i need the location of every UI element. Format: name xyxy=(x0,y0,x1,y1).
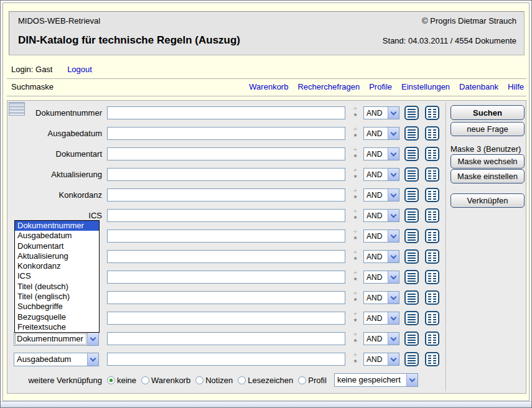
index-columns-button[interactable] xyxy=(425,229,439,243)
dropdown-option-ausgabedatum[interactable]: Ausgabedatum xyxy=(15,231,99,241)
field-dropdown-list[interactable]: DokumentnummerAusgabedatumDokumentartAkt… xyxy=(14,220,100,333)
dropdown-option-freitextsuche[interactable]: Freitextsuche xyxy=(15,322,99,332)
bottom-scroll-strip[interactable] xyxy=(1,401,531,407)
logout-link[interactable]: Logout xyxy=(67,65,92,74)
index-columns-button[interactable] xyxy=(425,106,439,120)
operator-select[interactable]: AND xyxy=(363,353,399,366)
index-list-button[interactable] xyxy=(404,167,419,182)
chevron-down-icon[interactable] xyxy=(388,189,399,201)
dropdown-option-titel-deutsch[interactable]: Titel (deutsch) xyxy=(15,282,99,292)
index-columns-button[interactable] xyxy=(425,249,439,264)
nav-link-profile[interactable]: Profile xyxy=(369,82,392,91)
operator-select[interactable]: AND xyxy=(363,127,399,140)
nav-link-hilfe[interactable]: Hilfe xyxy=(508,82,524,91)
radio-profil[interactable]: Profil xyxy=(298,376,327,385)
chevron-down-icon[interactable] xyxy=(388,148,399,160)
search-term-input[interactable] xyxy=(107,332,345,345)
chevron-down-icon[interactable] xyxy=(388,169,399,180)
index-list-button[interactable] xyxy=(404,311,419,325)
maske-einstellen-button[interactable]: Maske einstellen xyxy=(450,169,525,183)
saved-link-select[interactable]: keine gespeichert xyxy=(334,373,418,387)
dropdown-option-aktualisierung[interactable]: Aktualisierung xyxy=(15,251,99,261)
index-columns-button[interactable] xyxy=(425,311,439,325)
index-list-button[interactable] xyxy=(404,249,419,264)
radio-warenkorb[interactable]: Warenkorb xyxy=(141,376,190,385)
index-columns-button[interactable] xyxy=(425,167,439,182)
search-term-input[interactable] xyxy=(107,127,345,140)
field-select[interactable]: Ausgabedatum xyxy=(14,353,99,366)
index-list-button[interactable] xyxy=(404,106,419,120)
chevron-down-icon[interactable] xyxy=(388,251,399,262)
chevron-down-icon[interactable] xyxy=(388,230,399,242)
search-term-input[interactable] xyxy=(107,312,345,325)
index-list-button[interactable] xyxy=(404,188,419,202)
radio-lesezeichen[interactable]: Lesezeichen xyxy=(238,376,293,385)
nav-link-einstellungen[interactable]: Einstellungen xyxy=(401,82,450,91)
index-columns-button[interactable] xyxy=(425,126,439,141)
chevron-down-icon[interactable] xyxy=(388,210,399,221)
maske-wechseln-button[interactable]: Maske wechseln xyxy=(450,154,525,169)
search-term-input[interactable] xyxy=(107,230,345,243)
chevron-down-icon[interactable] xyxy=(388,333,399,345)
neue-frage-button[interactable]: neue Frage xyxy=(450,122,525,136)
index-list-button[interactable] xyxy=(404,208,419,223)
index-columns-button[interactable] xyxy=(425,147,439,161)
chevron-down-icon[interactable] xyxy=(388,107,399,119)
index-list-button[interactable] xyxy=(404,290,419,305)
index-columns-button[interactable] xyxy=(425,208,439,223)
nav-link-recherchefragen[interactable]: Recherchefragen xyxy=(297,82,360,91)
search-term-input[interactable] xyxy=(107,250,345,263)
chevron-down-icon[interactable] xyxy=(388,312,399,324)
search-term-input[interactable] xyxy=(107,188,345,202)
dropdown-option-bezugsquelle[interactable]: Bezugsquelle xyxy=(15,312,99,322)
nav-link-datenbank[interactable]: Datenbank xyxy=(459,82,498,91)
operator-select[interactable]: AND xyxy=(363,106,399,119)
chevron-down-icon[interactable] xyxy=(388,292,399,304)
field-select[interactable]: Dokumentnummer xyxy=(14,332,99,346)
operator-select[interactable]: AND xyxy=(363,188,399,202)
index-columns-button[interactable] xyxy=(425,270,439,284)
index-list-button[interactable] xyxy=(404,270,419,284)
radio-keine[interactable]: keine xyxy=(107,376,136,385)
index-columns-button[interactable] xyxy=(425,332,439,346)
chevron-down-icon[interactable] xyxy=(388,271,399,283)
search-term-input[interactable] xyxy=(107,353,345,366)
operator-select[interactable]: AND xyxy=(363,147,399,160)
index-columns-button[interactable] xyxy=(425,290,439,305)
dropdown-option-titel-englisch[interactable]: Titel (englisch) xyxy=(15,292,99,302)
dropdown-option-ics[interactable]: ICS xyxy=(15,271,99,281)
index-list-button[interactable] xyxy=(404,147,419,161)
search-term-input[interactable] xyxy=(107,271,345,284)
operator-select[interactable]: AND xyxy=(363,209,399,222)
operator-select[interactable]: AND xyxy=(363,230,399,243)
chevron-down-icon[interactable] xyxy=(388,128,399,139)
verknuepfen-button[interactable]: Verknüpfen xyxy=(450,193,525,208)
dropdown-option-dokumentnummer[interactable]: Dokumentnummer xyxy=(15,221,99,231)
search-term-input[interactable] xyxy=(107,291,345,304)
index-list-button[interactable] xyxy=(404,126,419,141)
radio-notizen[interactable]: Notizen xyxy=(195,376,233,385)
operator-select[interactable]: AND xyxy=(363,271,399,284)
operator-select[interactable]: AND xyxy=(363,312,399,325)
search-term-input[interactable] xyxy=(107,147,345,160)
dropdown-option-suchbegriffe[interactable]: Suchbegriffe xyxy=(15,302,99,312)
suchen-button[interactable]: Suchen xyxy=(450,105,525,120)
search-term-input[interactable] xyxy=(107,106,345,119)
dropdown-option-konkordanz[interactable]: Konkordanz xyxy=(15,261,99,271)
chevron-down-icon[interactable] xyxy=(406,374,418,386)
chevron-down-icon[interactable] xyxy=(87,333,98,345)
chevron-down-icon[interactable] xyxy=(87,353,98,366)
operator-select[interactable]: AND xyxy=(363,332,399,345)
search-term-input[interactable] xyxy=(107,209,345,222)
index-list-button[interactable] xyxy=(404,332,419,346)
index-columns-button[interactable] xyxy=(425,352,439,366)
chevron-down-icon[interactable] xyxy=(388,353,399,365)
index-list-button[interactable] xyxy=(404,352,419,366)
operator-select[interactable]: AND xyxy=(363,250,399,263)
operator-select[interactable]: AND xyxy=(363,168,399,181)
operator-select[interactable]: AND xyxy=(363,291,399,304)
search-term-input[interactable] xyxy=(107,168,345,181)
index-columns-button[interactable] xyxy=(425,188,439,202)
nav-link-warenkorb[interactable]: Warenkorb xyxy=(249,82,288,91)
dropdown-option-dokumentart[interactable]: Dokumentart xyxy=(15,241,99,251)
